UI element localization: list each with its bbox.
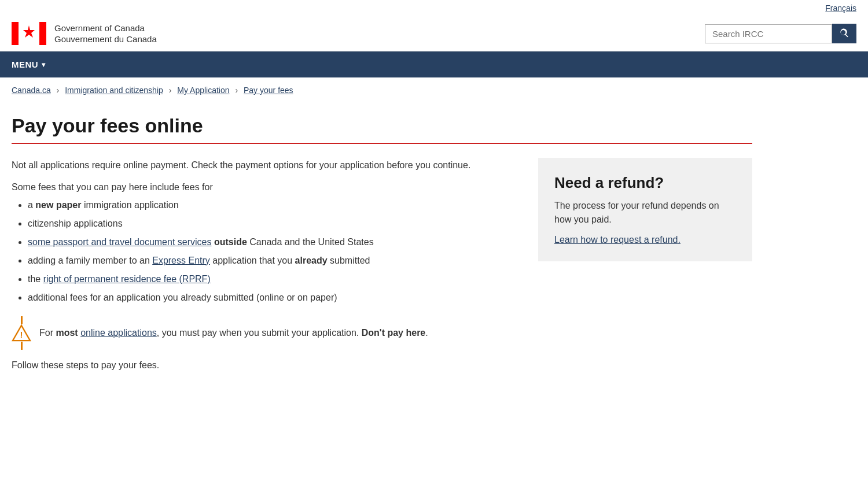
list-item: citizenship applications (28, 217, 515, 231)
french-language-link[interactable]: Français (825, 3, 856, 13)
warning-icon-wrap: ! (12, 316, 31, 350)
breadcrumb-pay-fees[interactable]: Pay your fees (244, 86, 293, 95)
svg-text:!: ! (20, 330, 23, 339)
gov-title: Government of Canada Gouvernement du Can… (54, 23, 157, 45)
top-bar: Français (0, 0, 868, 16)
breadcrumb: Canada.ca › Immigration and citizenship … (0, 77, 868, 103)
list-item: a new paper immigration application (28, 198, 515, 212)
site-header: Government of Canada Gouvernement du Can… (0, 16, 868, 51)
menu-label: MENU (12, 60, 38, 69)
breadcrumb-immigration[interactable]: Immigration and citizenship (65, 86, 163, 95)
warning-line-top (21, 316, 23, 324)
intro-paragraph: Not all applications require online paym… (12, 158, 515, 173)
canada-flag-icon (12, 22, 46, 45)
page-title: Pay your fees online (12, 114, 752, 137)
search-area (705, 24, 856, 43)
menu-button[interactable]: MENU ▾ (12, 51, 52, 77)
search-icon (839, 28, 849, 39)
nav-bar: MENU ▾ (0, 51, 868, 77)
online-applications-link[interactable]: online applications (80, 328, 157, 338)
breadcrumb-canada[interactable]: Canada.ca (12, 86, 51, 95)
chevron-down-icon: ▾ (42, 61, 46, 69)
express-entry-link[interactable]: Express Entry (152, 256, 210, 265)
main-content: Pay your fees online Not all application… (0, 103, 764, 394)
search-input[interactable] (705, 24, 832, 43)
fees-list: a new paper immigration application citi… (28, 198, 515, 305)
refund-box-inner: Need a refund? The process for your refu… (538, 158, 752, 261)
refund-link[interactable]: Learn how to request a refund. (554, 235, 681, 245)
list-item: additional fees for an application you a… (28, 291, 515, 305)
content-columns: Not all applications require online paym… (12, 158, 752, 371)
list-item: the right of permanent residence fee (RP… (28, 272, 515, 286)
list-item: adding a family member to an Express Ent… (28, 254, 515, 268)
search-button[interactable] (832, 24, 856, 43)
svg-rect-1 (39, 22, 46, 45)
fees-intro: Some fees that you can pay here include … (12, 182, 515, 193)
logo-area: Government of Canada Gouvernement du Can… (12, 22, 157, 45)
warning-icon: ! (12, 324, 31, 342)
passport-services-link[interactable]: some passport and travel document servic… (28, 237, 211, 247)
breadcrumb-my-application[interactable]: My Application (177, 86, 229, 95)
refund-box: Need a refund? The process for your refu… (538, 158, 752, 261)
follow-text: Follow these steps to pay your fees. (12, 360, 515, 371)
svg-rect-0 (12, 22, 19, 45)
warning-block: ! For most online applications, you must… (12, 316, 515, 350)
warning-line-bottom (21, 342, 23, 350)
title-divider (12, 143, 752, 144)
warning-text: For most online applications, you must p… (39, 326, 428, 340)
refund-text: The process for your refund depends on h… (554, 199, 736, 227)
content-left: Not all applications require online paym… (12, 158, 515, 371)
refund-title: Need a refund? (554, 174, 736, 192)
list-item: some passport and travel document servic… (28, 235, 515, 249)
rprf-link[interactable]: right of permanent residence fee (RPRF) (43, 274, 211, 284)
